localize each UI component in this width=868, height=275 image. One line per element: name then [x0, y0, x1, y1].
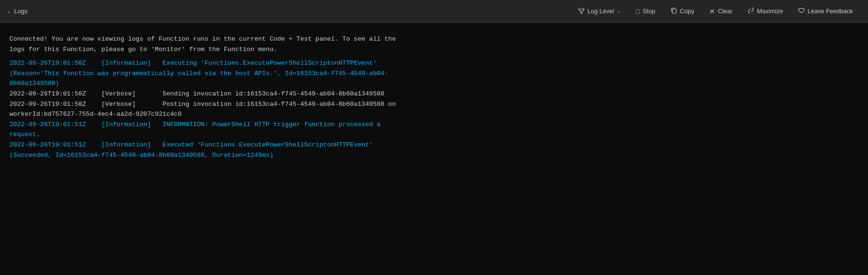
stop-button[interactable]: □ Stop [628, 5, 663, 18]
heart-icon [798, 7, 805, 15]
log-entries: 2022-09-26T19:01:50Z [Information] Execu… [9, 58, 859, 160]
chevron-down-icon: ⌄ [8, 9, 10, 14]
maximize-icon [748, 7, 754, 15]
log-entry: 2022-09-26T19:01:50Z [Information] Execu… [9, 58, 859, 89]
toolbar-left: ⌄ Logs [8, 8, 570, 15]
clear-label: Clear [718, 8, 732, 15]
filter-icon [578, 8, 585, 15]
clear-icon: ✕ [709, 8, 715, 15]
stop-label: Stop [643, 8, 655, 15]
feedback-button[interactable]: Leave Feedback [791, 4, 860, 18]
connected-message: Connected! You are now viewing logs of F… [9, 34, 859, 54]
log-entry: 2022-09-26T19:01:50Z [Verbose] Posting i… [9, 99, 859, 120]
copy-label: Copy [680, 8, 694, 15]
svg-rect-0 [672, 9, 676, 13]
log-entry: 2022-09-26T19:01:50Z [Verbose] Sending i… [9, 89, 859, 99]
copy-button[interactable]: Copy [663, 4, 702, 18]
log-level-button[interactable]: Log Level ⌄ [570, 5, 628, 17]
copy-icon [671, 7, 677, 15]
maximize-label: Maximize [757, 8, 783, 15]
toolbar-right: Log Level ⌄ □ Stop Copy ✕ [570, 4, 860, 18]
log-entry: 2022-09-26T19:01:51Z [Information] Execu… [9, 140, 859, 160]
maximize-button[interactable]: Maximize [740, 4, 791, 18]
chevron-down-icon-log: ⌄ [617, 9, 621, 14]
main-container: ⌄ Logs Log Level ⌄ □ Stop [0, 0, 868, 275]
clear-button[interactable]: ✕ Clear [702, 5, 740, 18]
log-area[interactable]: Connected! You are now viewing logs of F… [0, 23, 868, 275]
logs-label: Logs [14, 8, 27, 15]
log-level-label: Log Level [587, 8, 614, 15]
log-entry: 2022-09-26T19:01:51Z [Information] INFOR… [9, 120, 859, 140]
toolbar: ⌄ Logs Log Level ⌄ □ Stop [0, 0, 868, 23]
stop-icon: □ [636, 8, 639, 15]
feedback-label: Leave Feedback [808, 8, 853, 15]
